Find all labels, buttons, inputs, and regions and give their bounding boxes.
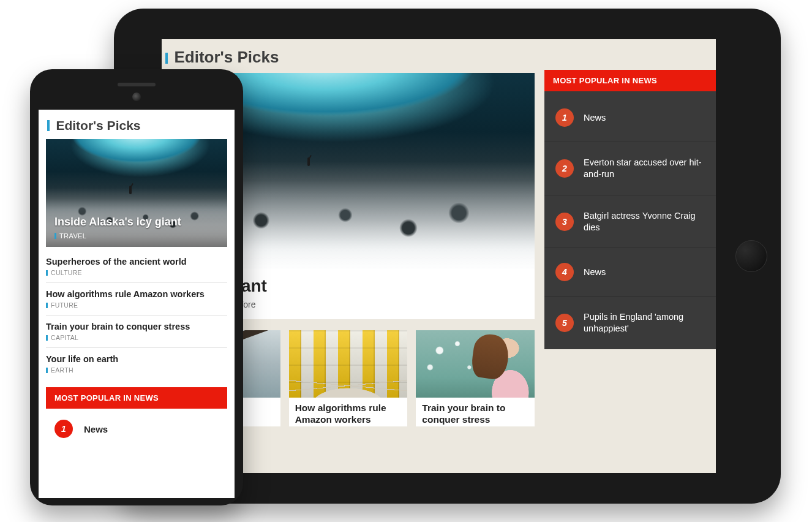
rank-badge: 1 xyxy=(555,108,574,127)
list-item[interactable]: Train your brain to conquer stress CAPIT… xyxy=(46,316,227,348)
tablet-home-button[interactable] xyxy=(735,240,767,272)
story-list: Superheroes of the ancient world CULTURE… xyxy=(39,247,235,380)
hero-title: Inside Alaska's icy giant xyxy=(55,216,219,229)
list-item-category: EARTH xyxy=(46,366,227,374)
section-title: Editor's Picks xyxy=(56,118,140,133)
card-thumbnail xyxy=(289,330,408,398)
list-item[interactable]: How algorithms rule Amazon workers FUTUR… xyxy=(46,283,227,316)
list-item-title: How algorithms rule Amazon workers xyxy=(46,289,227,299)
story-card[interactable]: How algorithms rule Amazon workers xyxy=(289,330,408,426)
popular-item[interactable]: 5 Pupils in England 'among unhappiest' xyxy=(544,296,716,349)
list-item-category: CAPITAL xyxy=(46,334,227,341)
section-title: Editor's Picks xyxy=(174,48,279,67)
story-card[interactable]: Train your brain to conquer stress xyxy=(416,330,535,426)
section-marker-icon xyxy=(165,53,168,64)
popular-item-label: News xyxy=(84,424,108,434)
popular-item-label: Pupils in England 'among unhappiest' xyxy=(584,311,705,335)
popular-item-label: News xyxy=(584,112,606,124)
card-title: How algorithms rule Amazon workers xyxy=(289,398,408,426)
popular-item[interactable]: 3 Batgirl actress Yvonne Craig dies xyxy=(544,195,716,248)
popular-item[interactable]: 1 News xyxy=(544,91,716,142)
category-marker-icon xyxy=(46,303,48,308)
rank-badge: 2 xyxy=(555,159,574,178)
popular-item[interactable]: 1 News xyxy=(46,409,227,449)
phone-screen: Editor's Picks Inside Alaska's icy giant… xyxy=(39,110,235,498)
list-item-title: Train your brain to conquer stress xyxy=(46,322,227,331)
popular-header: MOST POPULAR IN NEWS xyxy=(46,387,227,409)
rank-badge: 3 xyxy=(555,213,574,231)
category-marker-icon xyxy=(55,233,56,239)
section-marker-icon xyxy=(47,120,50,131)
tablet-screen: Editor's Picks Alaska's icy giant seen a… xyxy=(162,39,716,473)
phone-speaker xyxy=(118,83,156,86)
section-header: Editor's Picks xyxy=(162,39,535,73)
rank-badge: 5 xyxy=(555,314,574,332)
card-thumbnail xyxy=(416,330,535,398)
phone-camera xyxy=(132,93,141,101)
popular-sidebar: MOST POPULAR IN NEWS 1 News 2 Everton st… xyxy=(544,70,716,473)
popular-item[interactable]: 2 Everton star accused over hit-and-run xyxy=(544,142,716,195)
category-marker-icon xyxy=(46,335,48,341)
list-item[interactable]: Superheroes of the ancient world CULTURE xyxy=(46,251,227,283)
rank-badge: 1 xyxy=(55,420,73,438)
section-header: Editor's Picks xyxy=(39,110,235,139)
hero-card[interactable]: Inside Alaska's icy giant TRAVEL xyxy=(46,139,227,247)
list-item-category: FUTURE xyxy=(46,301,227,309)
popular-module: MOST POPULAR IN NEWS 1 News xyxy=(46,387,227,449)
phone-device-frame: Editor's Picks Inside Alaska's icy giant… xyxy=(30,69,243,505)
list-item[interactable]: Your life on earth EARTH xyxy=(46,348,227,380)
popular-list: 1 News 2 Everton star accused over hit-a… xyxy=(544,91,716,349)
popular-item-label: News xyxy=(584,267,606,278)
list-item-category: CULTURE xyxy=(46,269,227,276)
card-title: Train your brain to conquer stress xyxy=(416,398,535,426)
category-marker-icon xyxy=(46,368,48,373)
list-item-title: Superheroes of the ancient world xyxy=(46,257,227,267)
list-item-title: Your life on earth xyxy=(46,354,227,364)
popular-item-label: Batgirl actress Yvonne Craig dies xyxy=(584,210,705,233)
popular-item[interactable]: 4 News xyxy=(544,248,716,296)
popular-item-label: Everton star accused over hit-and-run xyxy=(584,157,705,180)
category-marker-icon xyxy=(46,270,48,276)
rank-badge: 4 xyxy=(555,263,574,281)
popular-header: MOST POPULAR IN NEWS xyxy=(544,70,716,91)
hero-category: TRAVEL xyxy=(55,232,219,240)
